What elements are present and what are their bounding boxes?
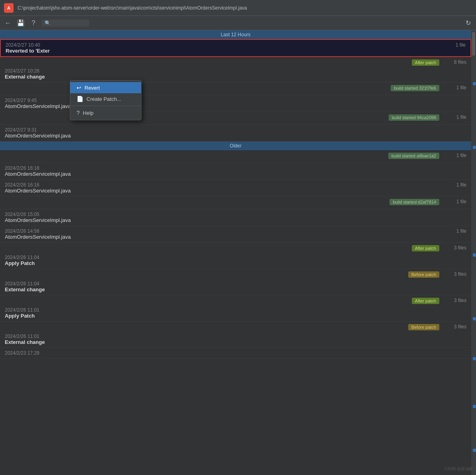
entry-title: AtomOrdersServiceImpl.java — [5, 188, 466, 194]
list-item[interactable]: After patch 3 files 2024/2/26 11:01 Appl… — [0, 295, 471, 322]
file-count: 3 files — [454, 245, 466, 251]
context-menu: ↩ Revert 📄 Create Patch... ? Help — [70, 80, 142, 120]
scrollbar-thumb[interactable] — [472, 32, 475, 56]
file-count: 1 file — [456, 228, 466, 234]
help-menu-item[interactable]: ? Help — [70, 107, 141, 118]
build-badge: build started 321f7fe6 — [391, 85, 439, 91]
file-count: 3 files — [454, 271, 466, 277]
after-patch-badge: After patch — [412, 59, 439, 66]
list-item[interactable]: 2024/2/26 15:05 AtomOrdersServiceImpl.ja… — [0, 209, 471, 226]
marker — [473, 146, 476, 149]
entry-time: 2024/2/26 11:01 — [5, 334, 466, 339]
list-item[interactable]: Before patch 3 files 2024/2/26 11:01 Ext… — [0, 322, 471, 348]
history-panel[interactable]: Last 12 Hours 2024/2/27 10:40 Reverted t… — [0, 30, 471, 475]
entry-time: 2024/2/26 15:05 — [5, 212, 466, 217]
back-button[interactable]: ← — [3, 18, 13, 28]
revert-icon: ↩ — [77, 84, 81, 91]
entry-title: AtomOrdersServiceImpl.java — [5, 133, 466, 139]
file-count: 1 file — [456, 85, 466, 90]
entry-time: 2024/2/27 10:28 — [5, 68, 466, 74]
menu-divider — [70, 106, 141, 106]
search-box[interactable]: 🔍 — [41, 20, 89, 27]
save-button[interactable]: 💾 — [16, 18, 26, 28]
list-item[interactable]: After patch 3 files 2024/2/26 11:04 Appl… — [0, 243, 471, 269]
list-item[interactable]: 2024/2/23 17:29 — [0, 348, 471, 359]
scrollbar[interactable] — [471, 30, 476, 475]
file-count: 8 files — [454, 59, 466, 65]
file-count: 1 file — [456, 42, 466, 48]
before-patch-badge: Before patch — [408, 271, 439, 278]
entry-title: Reverted to 'Exter — [6, 48, 466, 54]
build-badge: build started a8bae1a2 — [388, 153, 439, 159]
entry-title: AtomOrdersServiceImpl.java — [5, 217, 466, 223]
build-badge: build started 94ca2098 — [389, 114, 439, 121]
list-item[interactable]: 2024/2/27 9:31 AtomOrdersServiceImpl.jav… — [0, 125, 471, 141]
watermark: CSDN @君仙醉 — [445, 466, 473, 472]
help-icon: ? — [77, 110, 80, 116]
section-header-recent: Last 12 Hours — [0, 30, 471, 39]
marker — [473, 357, 476, 360]
create-patch-menu-item[interactable]: 📄 Create Patch... — [70, 93, 141, 104]
entry-time: 2024/2/26 11:04 — [5, 255, 466, 260]
entry-time: 2024/2/27 9:31 — [5, 127, 466, 133]
entry-title: External change — [5, 287, 466, 292]
entry-title: External change — [5, 339, 466, 345]
list-item[interactable]: 2024/2/26 14:58 AtomOrdersServiceImpl.ja… — [0, 226, 471, 243]
entry-time: 2024/2/26 14:58 — [5, 228, 466, 234]
list-item[interactable]: Before patch 3 files 2024/2/26 11:04 Ext… — [0, 269, 471, 295]
help-label: Help — [83, 110, 94, 116]
list-item[interactable]: 2024/2/27 10:40 Reverted to 'Exter 1 fil… — [0, 39, 471, 57]
revert-menu-item[interactable]: ↩ Revert — [70, 82, 141, 93]
file-count: 1 file — [456, 199, 466, 204]
list-item[interactable]: build started a8bae1a2 1 file — [0, 150, 471, 163]
after-patch-badge: After patch — [412, 298, 439, 304]
marker — [473, 82, 476, 85]
entry-time: 2024/2/26 11:01 — [5, 307, 466, 313]
entry-time: 2024/2/23 17:29 — [5, 350, 466, 356]
after-patch-badge: After patch — [412, 245, 439, 251]
list-item[interactable]: 2024/2/26 16:16 AtomOrdersServiceImpl.ja… — [0, 180, 471, 196]
list-item[interactable]: 2024/2/26 16:18 AtomOrdersServiceImpl.ja… — [0, 163, 471, 180]
search-icon: 🔍 — [45, 20, 51, 26]
before-patch-badge: Before patch — [408, 324, 439, 330]
main-area: Last 12 Hours 2024/2/27 10:40 Reverted t… — [0, 30, 476, 475]
marker — [473, 253, 476, 257]
help-button[interactable]: ? — [29, 18, 38, 28]
entry-title: AtomOrdersServiceImpl.java — [5, 234, 466, 240]
app-logo: A — [4, 3, 14, 13]
marker — [473, 449, 476, 452]
marker — [473, 317, 476, 320]
entry-time: 2024/2/26 16:16 — [5, 182, 466, 188]
entry-title: Apply Patch — [5, 260, 466, 266]
build-badge: build started d2af7814 — [389, 199, 439, 205]
section-header-older: Older — [0, 141, 471, 150]
entry-title: Apply Patch — [5, 313, 466, 319]
patch-icon: 📄 — [77, 96, 83, 102]
file-count: 3 files — [454, 298, 466, 303]
entry-time: 2024/2/26 11:04 — [5, 281, 466, 287]
entry-time: 2024/2/27 10:40 — [6, 42, 466, 48]
entry-title: External change — [5, 74, 466, 80]
create-patch-label: Create Patch... — [87, 96, 121, 102]
list-item[interactable]: build started d2af7814 1 file — [0, 196, 471, 209]
file-count: 1 file — [456, 153, 466, 158]
revert-label: Revert — [85, 85, 100, 91]
marker — [473, 405, 476, 408]
title-bar: A C:\project\atom\jshx-atom-server\order… — [0, 0, 476, 16]
entry-title: AtomOrdersServiceImpl.java — [5, 171, 466, 177]
file-count: 3 files — [454, 324, 466, 330]
file-path: C:\project\atom\jshx-atom-server\order-w… — [18, 5, 247, 11]
file-count: 1 file — [456, 114, 466, 120]
refresh-button[interactable]: ↻ — [463, 18, 473, 28]
file-count: 1 file — [456, 182, 466, 188]
entry-time: 2024/2/26 16:18 — [5, 165, 466, 171]
list-item[interactable]: After patch 8 files 2024/2/27 10:28 Exte… — [0, 57, 471, 82]
toolbar: ← 💾 ? 🔍 ↻ — [0, 16, 476, 30]
